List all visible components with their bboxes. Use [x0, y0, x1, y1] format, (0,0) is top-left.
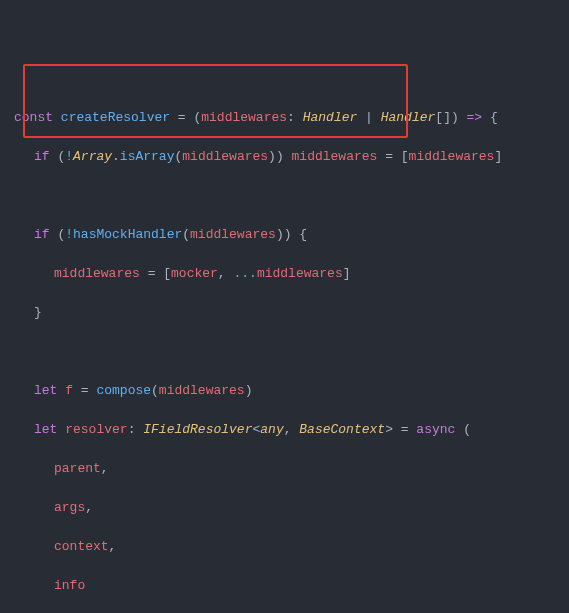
blank-line — [14, 186, 555, 206]
code-line: middlewares = [mocker, ...middlewares] — [14, 264, 555, 284]
code-line: context, — [14, 537, 555, 557]
code-line: parent, — [14, 459, 555, 479]
code-line: if (!Array.isArray(middlewares)) middlew… — [14, 147, 555, 167]
code-block: const createResolver = (middlewares: Han… — [14, 88, 555, 613]
code-line: let resolver: IFieldResolver<any, BaseCo… — [14, 420, 555, 440]
blank-line — [14, 342, 555, 362]
code-line: const createResolver = (middlewares: Han… — [14, 108, 555, 128]
code-line: args, — [14, 498, 555, 518]
code-line: info — [14, 576, 555, 596]
code-line: let f = compose(middlewares) — [14, 381, 555, 401]
code-line: } — [14, 303, 555, 323]
code-line: if (!hasMockHandler(middlewares)) { — [14, 225, 555, 245]
